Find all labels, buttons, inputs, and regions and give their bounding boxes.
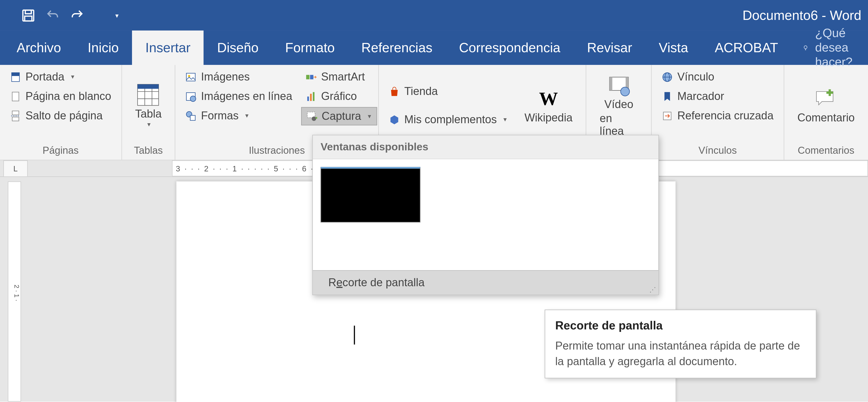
wikipedia-button[interactable]: W Wikipedia [517, 68, 580, 143]
smartart-label: SmartArt [321, 70, 365, 83]
save-icon[interactable] [21, 8, 35, 23]
svg-point-3 [804, 46, 807, 49]
vinculo-label: Vínculo [677, 70, 714, 83]
cross-reference-icon [662, 110, 673, 121]
caret-icon: ▼ [367, 113, 372, 119]
undo-icon[interactable] [45, 8, 60, 23]
window-thumbnail[interactable] [320, 167, 421, 222]
tab-inicio[interactable]: Inicio [74, 31, 132, 65]
qat-customize-icon[interactable]: ▾ [110, 8, 124, 23]
svg-rect-29 [315, 117, 317, 119]
vertical-ruler[interactable]: 2 · 1 · [8, 181, 21, 402]
bookmark-icon [662, 91, 673, 102]
imagenes-en-linea-button[interactable]: Imágenes en línea [181, 88, 297, 105]
tab-revisar[interactable]: Revisar [574, 31, 645, 65]
redo-icon[interactable] [70, 8, 84, 23]
comentario-button[interactable]: Comentario [789, 68, 862, 143]
resize-grip-icon[interactable]: ⋰ [649, 286, 656, 293]
marcador-button[interactable]: Marcador [657, 88, 778, 105]
marcador-label: Marcador [677, 90, 724, 102]
svg-rect-26 [313, 92, 314, 101]
smartart-button[interactable]: SmartArt [301, 68, 377, 86]
group-tablas: Tabla ▼ Tablas [122, 65, 176, 160]
text-cursor [354, 326, 355, 344]
svg-rect-24 [307, 96, 309, 101]
svg-rect-5 [12, 72, 20, 76]
portada-label: Portada [26, 70, 64, 83]
svg-rect-25 [310, 93, 312, 101]
video-label: Vídeo [604, 98, 633, 111]
svg-rect-1 [25, 10, 31, 13]
svg-rect-23 [310, 74, 313, 79]
captura-dropdown-header: Ventanas disponibles [313, 135, 658, 159]
en-linea-label: en línea [600, 112, 638, 137]
captura-dropdown: Ventanas disponibles Recorte de pantalla… [312, 135, 659, 295]
tooltip: Recorte de pantalla Permite tomar una in… [545, 310, 816, 378]
tab-diseno[interactable]: Diseño [204, 31, 272, 65]
portada-button[interactable]: Portada▼ [6, 68, 116, 86]
svg-rect-8 [12, 117, 19, 121]
tabla-button[interactable]: Tabla ▼ [127, 68, 169, 143]
recorte-label: Recorte de pantalla [329, 276, 425, 289]
referencia-label: Referencia cruzada [677, 109, 774, 122]
wikipedia-icon: W [537, 87, 560, 110]
svg-rect-7 [12, 111, 19, 115]
title-bar: ▾ Documento6 - Word [0, 0, 868, 31]
mis-complementos-button[interactable]: Mis complementos▼ [384, 111, 512, 128]
chart-icon [306, 91, 317, 102]
grafico-label: Gráfico [321, 90, 357, 102]
captura-label: Captura [322, 110, 361, 123]
comentario-label: Comentario [797, 111, 855, 124]
lightbulb-icon [802, 41, 808, 54]
tienda-label: Tienda [404, 85, 438, 97]
captura-button[interactable]: Captura▼ [301, 107, 377, 125]
group-comentarios: Comentario Comentarios [784, 65, 868, 160]
tab-insertar[interactable]: Insertar [132, 31, 204, 65]
caret-icon: ▼ [502, 117, 508, 123]
table-icon [137, 83, 160, 106]
shapes-icon [185, 110, 196, 121]
tell-me-search[interactable]: ¿Qué desea hacer? [802, 31, 868, 65]
salto-de-pagina-button[interactable]: Salto de página [6, 107, 116, 124]
tooltip-title: Recorte de pantalla [555, 319, 806, 332]
caret-icon: ▼ [244, 113, 250, 119]
tabla-label: Tabla [135, 107, 162, 120]
tienda-button[interactable]: Tienda [384, 83, 512, 100]
svg-rect-31 [610, 77, 612, 90]
grafico-button[interactable]: Gráfico [301, 88, 377, 105]
svg-point-33 [620, 87, 629, 96]
wikipedia-label: Wikipedia [524, 111, 572, 124]
recorte-de-pantalla-item[interactable]: Recorte de pantalla ⋰ [313, 270, 658, 295]
group-vinculos-label: Vínculos [657, 143, 778, 160]
cover-page-icon [10, 71, 21, 82]
window-title: Documento6 - Word [743, 8, 862, 23]
svg-point-19 [191, 96, 196, 101]
online-video-icon [607, 73, 630, 97]
svg-point-28 [312, 116, 316, 121]
tooltip-body: Permite tomar una instantánea rápida de … [555, 338, 806, 369]
group-tablas-label: Tablas [127, 143, 169, 160]
tab-formato[interactable]: Formato [272, 31, 348, 65]
pictures-icon [185, 71, 196, 82]
pagina-en-blanco-button[interactable]: Página en blanco [6, 88, 116, 105]
video-en-linea-button[interactable]: Vídeo en línea [592, 68, 646, 143]
tab-vista[interactable]: Vista [645, 31, 702, 65]
tab-archivo[interactable]: Archivo [3, 31, 74, 65]
svg-rect-22 [306, 74, 309, 79]
referencia-cruzada-button[interactable]: Referencia cruzada [657, 107, 778, 124]
imagenes-label: Imágenes [201, 70, 250, 83]
imagenes-button[interactable]: Imágenes [181, 68, 297, 86]
group-paginas-label: Páginas [6, 143, 116, 160]
smartart-icon [306, 71, 317, 82]
caret-icon: ▼ [70, 74, 75, 80]
online-pictures-icon [185, 91, 196, 102]
screenshot-icon [306, 111, 317, 122]
store-icon [389, 86, 400, 97]
tab-referencias[interactable]: Referencias [348, 31, 446, 65]
vinculo-button[interactable]: Vínculo [657, 68, 778, 86]
mis-complementos-label: Mis complementos [404, 113, 497, 126]
tab-acrobat[interactable]: ACROBAT [702, 31, 792, 65]
tab-correspondencia[interactable]: Correspondencia [446, 31, 574, 65]
formas-button[interactable]: Formas▼ [181, 107, 297, 124]
tab-selector[interactable]: L [3, 160, 28, 177]
